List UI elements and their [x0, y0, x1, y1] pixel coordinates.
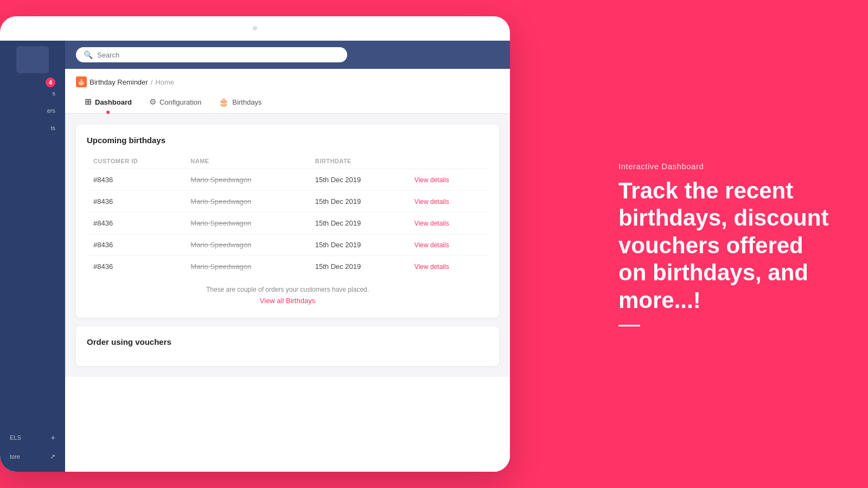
breadcrumb: 🎂 Birthday Reminder / Home — [65, 69, 510, 87]
view-all-birthdays-link[interactable]: View all Birthdays — [87, 297, 488, 305]
order-vouchers-card: Order using vouchers — [76, 326, 499, 366]
sidebar: 4 s ers ts ELS + tore ↗ — [0, 41, 65, 472]
content-panels: Upcoming birthdays CUSTOMER ID NAME BIRT… — [65, 114, 510, 377]
cell-birthdate-1: 15th Dec 2019 — [309, 191, 408, 213]
cell-action-0: View details — [408, 169, 488, 191]
tab-birthdays[interactable]: 🎂 Birthdays — [210, 93, 270, 113]
sidebar-logo — [16, 46, 49, 73]
table-row: #8436 Mario Speedwagon 15th Dec 2019 Vie… — [87, 234, 488, 256]
view-details-button-2[interactable]: View details — [414, 220, 449, 227]
right-panel-headline: Track the recent birthdays, discount vou… — [618, 177, 835, 314]
cell-birthdate-2: 15th Dec 2019 — [309, 213, 408, 234]
breadcrumb-separator: / — [151, 78, 153, 86]
upcoming-birthdays-card: Upcoming birthdays CUSTOMER ID NAME BIRT… — [76, 125, 499, 318]
topbar: 🔍 — [65, 41, 510, 69]
cell-action-4: View details — [408, 256, 488, 278]
els-label: ELS — [10, 434, 21, 441]
device-camera — [253, 26, 257, 30]
dashboard-icon: ⊞ — [85, 97, 92, 107]
right-panel: Interactive Dashboard Track the recent b… — [618, 162, 835, 326]
cell-action-2: View details — [408, 213, 488, 234]
cell-id-0: #8436 — [87, 169, 184, 191]
view-details-button-0[interactable]: View details — [414, 176, 449, 184]
cell-action-1: View details — [408, 191, 488, 213]
col-birthdate: BIRTHDATE — [309, 153, 408, 169]
cell-birthdate-0: 15th Dec 2019 — [309, 169, 408, 191]
cell-name-1: Mario Speedwagon — [184, 191, 308, 213]
sidebar-item-ts[interactable]: ts — [5, 121, 60, 134]
external-link-icon: ↗ — [50, 453, 55, 460]
main-content: 🔍 🎂 Birthday Reminder / Home ⊞ Dash — [65, 41, 510, 472]
store-label: tore — [10, 453, 20, 460]
cell-action-3: View details — [408, 234, 488, 256]
page-area: 🎂 Birthday Reminder / Home ⊞ Dashboard ⚙… — [65, 69, 510, 472]
sidebar-badge: 4 — [46, 78, 55, 87]
cell-birthdate-4: 15th Dec 2019 — [309, 256, 408, 278]
sidebar-item-s[interactable]: s — [5, 87, 60, 100]
birthdays-table: CUSTOMER ID NAME BIRTHDATE #8436 Mario S… — [87, 153, 488, 277]
cell-id-2: #8436 — [87, 213, 184, 234]
cell-name-4: Mario Speedwagon — [184, 256, 308, 278]
device-frame: 4 s ers ts ELS + tore ↗ — [0, 16, 510, 472]
footer-text: These are couple of orders your customer… — [206, 286, 369, 293]
breadcrumb-page: Home — [155, 78, 174, 86]
table-row: #8436 Mario Speedwagon 15th Dec 2019 Vie… — [87, 191, 488, 213]
cell-id-3: #8436 — [87, 234, 184, 256]
underline-bar — [618, 325, 640, 326]
breadcrumb-app: Birthday Reminder — [90, 78, 148, 86]
sidebar-item-els[interactable]: ELS + — [5, 430, 60, 445]
cell-id-1: #8436 — [87, 191, 184, 213]
search-icon: 🔍 — [84, 50, 93, 59]
birthday-reminder-icon: 🎂 — [76, 76, 87, 87]
sidebar-bottom: ELS + tore ↗ — [0, 430, 65, 472]
cell-id-4: #8436 — [87, 256, 184, 278]
tab-dashboard-label: Dashboard — [95, 98, 132, 106]
col-name: NAME — [184, 153, 308, 169]
table-header: CUSTOMER ID NAME BIRTHDATE — [87, 153, 488, 169]
sidebar-nav: s ers ts — [0, 87, 65, 134]
table-row: #8436 Mario Speedwagon 15th Dec 2019 Vie… — [87, 169, 488, 191]
col-action — [408, 153, 488, 169]
plus-icon: + — [51, 433, 55, 442]
right-panel-subtitle: Interactive Dashboard — [618, 162, 835, 171]
cell-birthdate-3: 15th Dec 2019 — [309, 234, 408, 256]
tab-birthdays-label: Birthdays — [232, 98, 261, 106]
upcoming-birthdays-title: Upcoming birthdays — [87, 136, 488, 145]
order-vouchers-title: Order using vouchers — [87, 337, 488, 346]
app-container: 4 s ers ts ELS + tore ↗ — [0, 41, 510, 472]
table-body: #8436 Mario Speedwagon 15th Dec 2019 Vie… — [87, 169, 488, 278]
view-details-button-1[interactable]: View details — [414, 198, 449, 206]
cell-name-2: Mario Speedwagon — [184, 213, 308, 234]
tab-configuration-label: Configuration — [159, 98, 201, 106]
view-details-button-4[interactable]: View details — [414, 263, 449, 271]
search-input[interactable] — [97, 51, 340, 59]
sidebar-item-store[interactable]: tore ↗ — [5, 450, 60, 464]
table-row: #8436 Mario Speedwagon 15th Dec 2019 Vie… — [87, 213, 488, 234]
table-row: #8436 Mario Speedwagon 15th Dec 2019 Vie… — [87, 256, 488, 278]
table-footer: These are couple of orders your customer… — [87, 277, 488, 307]
tab-configuration[interactable]: ⚙ Configuration — [141, 93, 210, 113]
cell-name-0: Mario Speedwagon — [184, 169, 308, 191]
col-customer-id: CUSTOMER ID — [87, 153, 184, 169]
view-details-button-3[interactable]: View details — [414, 241, 449, 249]
birthdays-icon: 🎂 — [219, 97, 229, 107]
nav-tabs: ⊞ Dashboard ⚙ Configuration 🎂 Birthdays — [65, 87, 510, 114]
tab-dashboard[interactable]: ⊞ Dashboard — [76, 93, 141, 113]
search-box[interactable]: 🔍 — [76, 47, 347, 62]
sidebar-item-ers[interactable]: ers — [5, 104, 60, 117]
cell-name-3: Mario Speedwagon — [184, 234, 308, 256]
configuration-icon: ⚙ — [149, 97, 156, 107]
